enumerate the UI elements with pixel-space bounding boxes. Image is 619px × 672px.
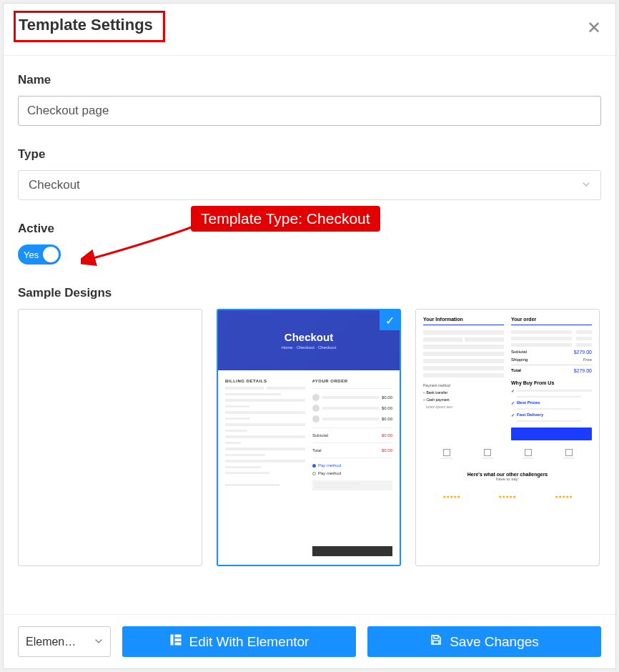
design-card-checkout-classic[interactable]: ✓ Checkout Home · Checkout · Checkout BI… (217, 309, 401, 566)
callout-arrow (81, 220, 202, 275)
template-settings-modal: Template Settings ✕ Template Type: Check… (3, 3, 616, 669)
toggle-value: Yes (24, 249, 39, 260)
design-thumbnail: Your Information Payment method (416, 310, 599, 565)
callout-label: Template Type: Checkout (191, 206, 380, 232)
sample-designs-group: Sample Designs ✓ Checkout Home · Checkou… (18, 286, 601, 566)
toggle-knob (43, 247, 59, 262)
type-select[interactable]: Checkout (18, 170, 601, 200)
type-label: Type (18, 147, 601, 162)
edit-with-elementor-button[interactable]: Edit With Elementor (122, 626, 356, 657)
editor-select-value: Elemen… (26, 636, 76, 648)
editor-select[interactable]: Elemen… (18, 626, 111, 657)
active-toggle[interactable]: Yes (18, 244, 61, 265)
elementor-icon (169, 633, 182, 650)
design-thumbnail: Checkout Home · Checkout · Checkout BILL… (218, 310, 400, 565)
name-label: Name (18, 73, 601, 87)
svg-rect-1 (175, 635, 181, 637)
svg-rect-3 (175, 643, 181, 645)
designs-row: ✓ Checkout Home · Checkout · Checkout BI… (18, 309, 601, 566)
check-icon: ✓ (380, 310, 400, 330)
modal-title: Template Settings (14, 11, 165, 42)
save-changes-button[interactable]: Save Changes (367, 626, 601, 657)
design-card-checkout-modern[interactable]: Your Information Payment method (415, 309, 600, 566)
name-field-group: Name (18, 73, 601, 126)
name-input[interactable] (18, 96, 601, 126)
save-button-label: Save Changes (450, 634, 539, 650)
chevron-down-icon (582, 178, 590, 192)
modal-header: Template Settings ✕ (4, 4, 615, 56)
sample-designs-label: Sample Designs (18, 286, 601, 300)
chevron-down-icon (94, 636, 103, 648)
svg-rect-0 (171, 635, 173, 645)
modal-footer: Elemen… Edit With Elementor (4, 614, 615, 668)
edit-button-label: Edit With Elementor (189, 634, 310, 650)
close-icon[interactable]: ✕ (587, 18, 601, 38)
svg-rect-4 (434, 636, 438, 638)
save-icon (430, 633, 442, 650)
modal-body: Template Type: Checkout Name Type Checko… (4, 56, 615, 614)
type-field-group: Type Checkout (18, 147, 601, 200)
type-select-value: Checkout (29, 178, 80, 192)
design-card-blank[interactable] (18, 309, 202, 566)
svg-rect-2 (175, 639, 181, 641)
